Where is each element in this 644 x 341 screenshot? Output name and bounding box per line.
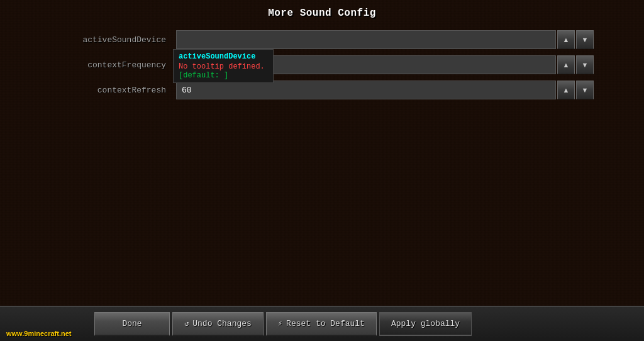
done-button[interactable]: Done xyxy=(94,312,170,336)
page-title: More Sound Config xyxy=(0,0,644,24)
btn-down-contextrefresh[interactable]: ▼ xyxy=(576,81,594,99)
main-content: activeSoundDevice ▲ ▼ activeSoundDevice … xyxy=(0,24,644,306)
btn-up-contextfrequency[interactable]: ▲ xyxy=(557,55,575,74)
apply-globally-button[interactable]: Apply globally xyxy=(379,312,472,336)
config-row-activesounddevice: activeSoundDevice ▲ ▼ activeSoundDevice … xyxy=(50,30,594,49)
reset-icon: ⚡ xyxy=(278,319,282,328)
undo-button[interactable]: ↺ Undo Changes xyxy=(172,312,264,336)
tooltip-default: [default: ] xyxy=(179,71,268,80)
btn-up-contextrefresh[interactable]: ▲ xyxy=(557,81,575,99)
label-activesounddevice: activeSoundDevice xyxy=(50,35,176,45)
config-row-contextfrequency: contextFrequency ▲ ▼ xyxy=(50,55,594,74)
label-contextrefresh: contextRefresh xyxy=(50,86,176,95)
page-container: More Sound Config activeSoundDevice ▲ ▼ … xyxy=(0,0,644,341)
btn-down-activesounddevice[interactable]: ▼ xyxy=(576,30,594,49)
btn-down-contextfrequency[interactable]: ▼ xyxy=(576,55,594,74)
tooltip-title: activeSoundDevice xyxy=(179,52,268,61)
undo-icon: ↺ xyxy=(184,319,189,328)
tooltip-no-tooltip: No tooltip defined. xyxy=(179,62,268,71)
input-activesounddevice[interactable] xyxy=(176,30,556,49)
undo-label: Undo Changes xyxy=(192,319,252,328)
input-contextrefresh[interactable] xyxy=(176,81,556,99)
reset-button[interactable]: ⚡ Reset to Default xyxy=(266,312,377,336)
reset-label: Reset to Default xyxy=(286,319,365,328)
label-contextfrequency: contextFrequency xyxy=(50,60,176,70)
tooltip-popup: activeSoundDevice No tooltip defined. [d… xyxy=(173,49,274,83)
bottom-bar: www.9minecraft.net Done ↺ Undo Changes ⚡… xyxy=(0,306,644,341)
config-row-contextrefresh: contextRefresh ▲ ▼ xyxy=(50,81,594,99)
btn-up-activesounddevice[interactable]: ▲ xyxy=(557,30,575,49)
watermark: www.9minecraft.net xyxy=(6,330,72,337)
